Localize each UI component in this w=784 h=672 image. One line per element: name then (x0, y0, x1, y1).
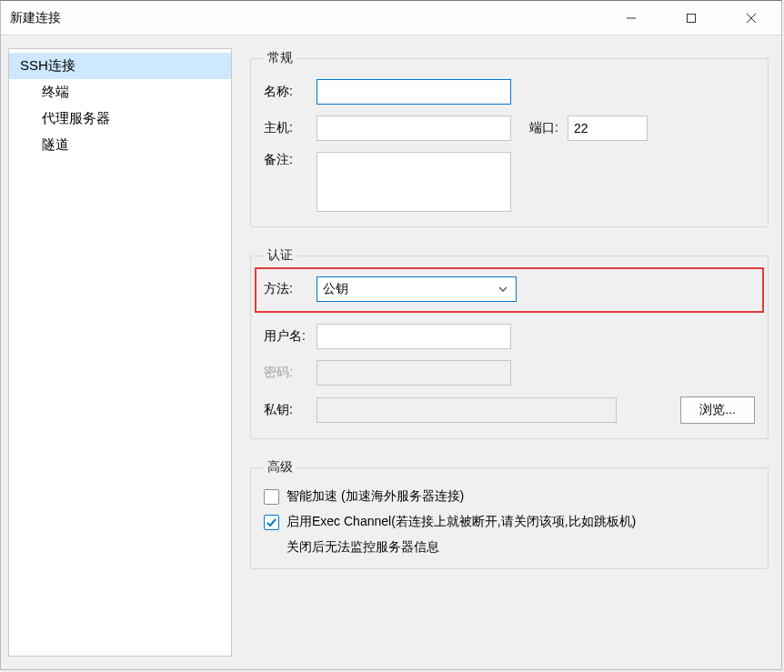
password-label: 密码: (264, 365, 317, 381)
auth-highlight: 方法: 公钥 (255, 267, 764, 313)
new-connection-dialog: 新建连接 SSH连接 终端 代理服务器 隧道 常规 名称: (0, 0, 782, 670)
close-button[interactable] (721, 1, 781, 35)
smart-accel-checkbox[interactable] (264, 489, 279, 505)
group-advanced: 高级 智能加速 (加速海外服务器连接) 启用Exec Channel(若连接上就… (250, 459, 769, 569)
sidebar-item-ssh[interactable]: SSH连接 (9, 53, 231, 79)
maximize-icon (686, 13, 697, 24)
group-auth-legend: 认证 (264, 247, 297, 264)
exec-channel-checkbox[interactable] (264, 515, 279, 530)
group-advanced-legend: 高级 (264, 459, 297, 476)
remark-label: 备注: (264, 152, 317, 168)
group-auth: 认证 方法: 公钥 用户名: 密码: (250, 247, 769, 439)
sidebar-item-proxy[interactable]: 代理服务器 (9, 105, 231, 132)
check-icon (266, 517, 277, 528)
chevron-down-icon (498, 284, 508, 295)
method-label: 方法: (264, 281, 317, 297)
remark-input[interactable] (317, 152, 511, 212)
smart-accel-label: 智能加速 (加速海外服务器连接) (286, 488, 464, 505)
sidebar-item-tunnel[interactable]: 隧道 (9, 132, 231, 158)
sidebar-item-label: SSH连接 (20, 57, 75, 73)
browse-label: 浏览... (699, 402, 736, 416)
browse-button[interactable]: 浏览... (680, 396, 755, 424)
host-label: 主机: (264, 120, 317, 136)
port-input[interactable] (568, 115, 648, 141)
method-value: 公钥 (323, 281, 348, 297)
titlebar: 新建连接 (1, 1, 781, 35)
exec-channel-label: 启用Exec Channel(若连接上就被断开,请关闭该项,比如跳板机) (286, 514, 636, 530)
sidebar-item-label: 代理服务器 (42, 110, 110, 125)
minimize-icon (626, 13, 637, 24)
group-general-legend: 常规 (264, 50, 297, 66)
group-general: 常规 名称: 主机: 端口: 备注: (250, 50, 769, 227)
sidebar-item-label: 终端 (42, 84, 69, 99)
host-input[interactable] (317, 115, 511, 141)
minimize-button[interactable] (601, 1, 661, 35)
sidebar-item-label: 隧道 (42, 136, 69, 152)
maximize-button[interactable] (661, 1, 721, 35)
method-select[interactable]: 公钥 (317, 276, 517, 302)
port-label: 端口: (529, 120, 558, 136)
main-panel: 常规 名称: 主机: 端口: 备注: 认证 (237, 35, 781, 669)
svg-rect-1 (688, 14, 696, 22)
name-input[interactable] (317, 79, 511, 105)
password-input (317, 360, 511, 386)
sidebar-item-terminal[interactable]: 终端 (9, 79, 231, 105)
window-controls (601, 1, 781, 35)
close-icon (746, 13, 757, 24)
username-label: 用户名: (264, 328, 317, 345)
dialog-title: 新建连接 (10, 10, 61, 26)
username-input[interactable] (317, 324, 511, 349)
sidebar: SSH连接 终端 代理服务器 隧道 (8, 48, 232, 657)
privatekey-field (317, 397, 617, 423)
exec-channel-note: 关闭后无法监控服务器信息 (286, 539, 755, 556)
name-label: 名称: (264, 84, 317, 100)
privatekey-label: 私钥: (264, 402, 317, 418)
